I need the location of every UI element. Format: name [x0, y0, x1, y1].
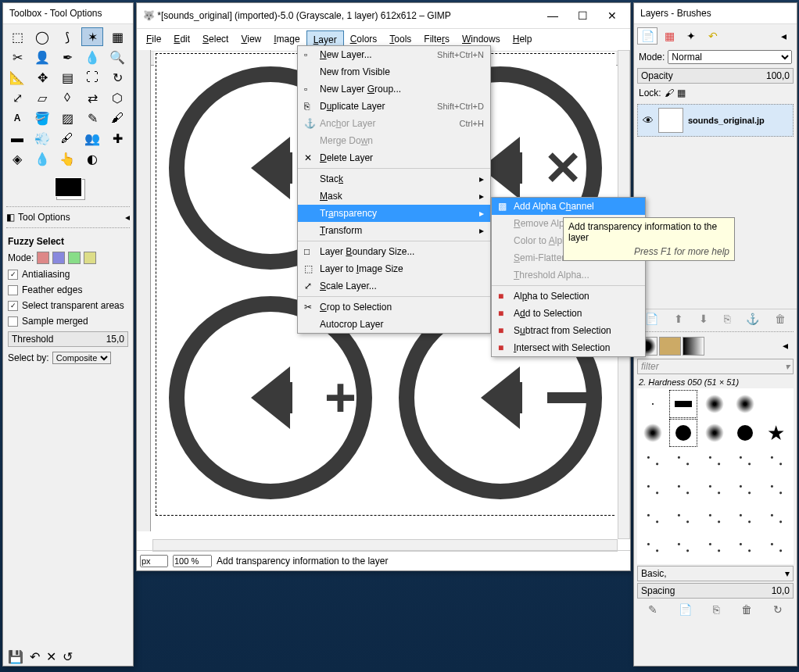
color-picker-tool[interactable]: 💧 [81, 48, 103, 66]
mode-replace[interactable] [37, 252, 49, 264]
eraser-tool[interactable]: ▬ [6, 129, 28, 148]
menu-add-alpha[interactable]: ▩Add Alpha Channel [492, 198, 645, 215]
duplicate-layer-icon[interactable]: ⎘ [724, 313, 730, 325]
brush-item[interactable] [731, 419, 759, 447]
new-brush-icon[interactable]: 📄 [679, 603, 692, 616]
duplicate-brush-icon[interactable]: ⎘ [713, 603, 719, 616]
dodge-tool[interactable]: ◐ [81, 149, 103, 168]
brush-filter[interactable]: filter▾ [637, 359, 794, 374]
layers-tab[interactable]: 📄 [637, 27, 657, 45]
clone-tool[interactable]: 👥 [81, 129, 103, 148]
menu-add-to-selection[interactable]: ■Add to Selection [492, 305, 645, 322]
mode-add[interactable] [52, 252, 65, 264]
brush-item[interactable] [639, 534, 667, 563]
scissors-tool[interactable]: ✂ [6, 48, 28, 66]
undo-tab[interactable]: ↶ [703, 27, 723, 45]
brush-item[interactable] [731, 534, 759, 563]
mode-select[interactable]: Normal [668, 50, 792, 64]
airbrush-tool[interactable]: 💨 [31, 129, 53, 148]
layer-item[interactable]: 👁 sounds_original.jp [637, 104, 794, 137]
menu-layer-image-size[interactable]: ⬚Layer to Image Size [298, 260, 490, 277]
by-color-tool[interactable]: ▦ [106, 27, 128, 46]
paintbrush-tool[interactable]: 🖌 [106, 109, 128, 127]
menu-intersect-selection[interactable]: ■Intersect with Selection [492, 339, 645, 356]
brush-item[interactable] [669, 534, 697, 563]
paths-tab[interactable]: ✦ [681, 27, 701, 45]
zoom-input[interactable] [173, 555, 212, 567]
free-select-tool[interactable]: ⟆ [56, 27, 78, 46]
brush-item[interactable] [731, 506, 759, 534]
brush-item[interactable] [639, 477, 667, 505]
ellipse-select-tool[interactable]: ◯ [31, 27, 53, 46]
brush-item[interactable] [700, 477, 729, 505]
bucket-tool[interactable]: 🪣 [31, 109, 53, 127]
lower-layer-icon[interactable]: ⬇ [699, 313, 708, 325]
zoom-tool[interactable]: 🔍 [106, 48, 128, 66]
shear-tool[interactable]: ▱ [31, 88, 53, 107]
brush-item[interactable] [762, 448, 790, 476]
visibility-icon[interactable]: 👁 [643, 114, 654, 127]
menu-view[interactable]: View [235, 30, 267, 49]
brush-preset[interactable]: Basic,▾ [637, 566, 794, 581]
delete-layer-icon[interactable]: 🗑 [775, 313, 786, 325]
lock-alpha-icon[interactable]: ▦ [677, 88, 686, 98]
tool-options-menu-icon[interactable]: ◂ [125, 212, 130, 223]
crop-tool[interactable]: ⛶ [81, 68, 103, 87]
fuzzy-select-tool[interactable]: ✶ [81, 27, 103, 46]
sample-merged-check[interactable]: Sample merged [8, 316, 128, 327]
scale-tool[interactable]: ⤢ [6, 88, 28, 107]
blend-tool[interactable]: ▨ [56, 109, 78, 127]
paths-tool[interactable]: ✒ [56, 48, 78, 66]
menu-boundary-size[interactable]: □Layer Boundary Size... [298, 243, 490, 260]
brush-item[interactable] [700, 534, 729, 563]
rect-select-tool[interactable]: ⬚ [6, 27, 28, 46]
brush-item[interactable] [669, 448, 697, 476]
brush-item[interactable] [731, 448, 759, 476]
menu-autocrop[interactable]: Autocrop Layer [298, 316, 490, 333]
brush-item[interactable] [731, 477, 759, 505]
brush-item[interactable] [669, 419, 697, 447]
align-tool[interactable]: ▤ [56, 68, 78, 87]
raise-layer-icon[interactable]: ⬆ [674, 313, 683, 325]
close-button[interactable]: ✕ [600, 8, 624, 23]
brush-item[interactable] [669, 390, 697, 418]
brush-item[interactable] [700, 448, 729, 476]
feather-edges-check[interactable]: Feather edges [8, 284, 128, 295]
brush-item[interactable] [762, 477, 790, 505]
lock-pixels-icon[interactable]: 🖌 [665, 88, 674, 98]
perspective-tool[interactable]: ◊ [56, 88, 78, 107]
heal-tool[interactable]: ✚ [106, 129, 128, 148]
fg-bg-color-swatch[interactable] [55, 177, 82, 197]
patterns-tab[interactable] [659, 337, 681, 356]
brush-item[interactable] [669, 506, 697, 534]
unit-select[interactable] [140, 555, 168, 567]
blur-tool[interactable]: 💧 [31, 149, 53, 168]
brush-item[interactable] [762, 506, 790, 534]
menu-new-layer-group[interactable]: ▫New Layer Group... [298, 80, 490, 98]
antialiasing-check[interactable]: ✓Antialiasing [8, 269, 128, 280]
refresh-brush-icon[interactable]: ↻ [773, 603, 783, 616]
minimize-button[interactable]: — [541, 8, 564, 23]
spacing-input[interactable]: Spacing 10,0 [637, 583, 794, 599]
brush-item[interactable] [639, 419, 667, 447]
move-tool[interactable]: ✥ [31, 68, 53, 87]
tab-menu-icon[interactable]: ◂ [773, 27, 794, 45]
mode-intersect[interactable] [84, 252, 96, 264]
brush-item[interactable] [639, 448, 667, 476]
layer-name[interactable]: sounds_original.jp [688, 116, 765, 125]
brush-item[interactable] [669, 477, 697, 505]
menu-transform[interactable]: Transform▸ [298, 222, 490, 239]
menu-mask[interactable]: Mask▸ [298, 188, 490, 205]
brush-item[interactable] [762, 390, 790, 418]
pencil-tool[interactable]: ✎ [81, 109, 103, 127]
new-layer-icon[interactable]: 📄 [645, 313, 658, 325]
foreground-tool[interactable]: 👤 [31, 48, 53, 66]
menu-stack[interactable]: Stack▸ [298, 170, 490, 188]
menu-crop-selection[interactable]: ✂Crop to Selection [298, 298, 490, 316]
anchor-layer-icon[interactable]: ⚓ [746, 313, 759, 325]
brush-item[interactable] [762, 534, 790, 563]
restore-options-icon[interactable]: ↶ [30, 649, 40, 664]
menu-delete-layer[interactable]: ✕Delete Layer [298, 149, 490, 166]
menu-transparency[interactable]: Transparency▸ [298, 205, 490, 222]
menu-select[interactable]: Select [196, 30, 235, 49]
